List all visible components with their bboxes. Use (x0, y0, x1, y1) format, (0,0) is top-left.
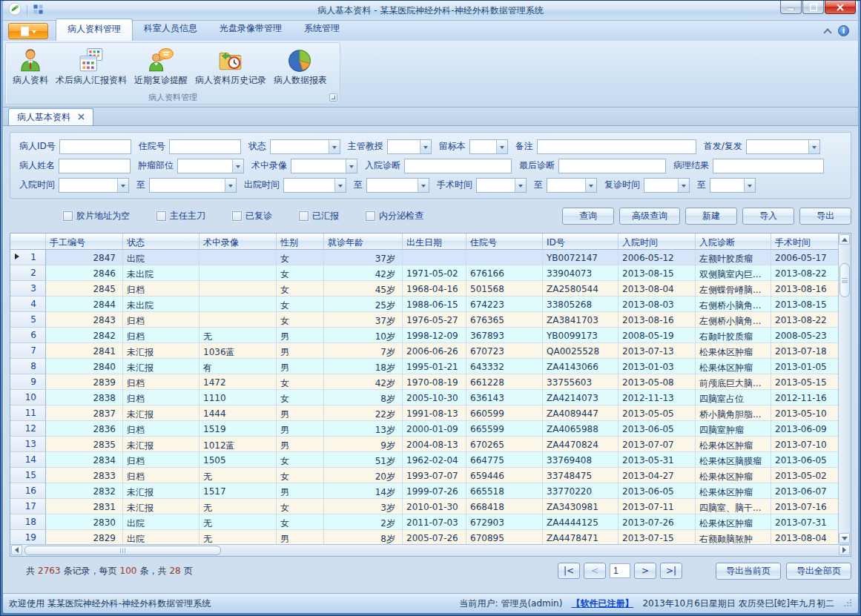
document-tab[interactable]: 病人基本资料 (8, 108, 93, 125)
dropdown-arrow-icon[interactable] (808, 140, 819, 153)
scroll-up-icon[interactable] (839, 234, 850, 245)
filter-input[interactable] (558, 159, 666, 173)
dropdown-arrow-icon[interactable] (678, 179, 689, 192)
minimize-button[interactable] (780, 1, 802, 14)
filter-dropdown[interactable] (59, 178, 129, 193)
quick-access-grid-icon[interactable] (33, 4, 44, 18)
dropdown-arrow-icon[interactable] (334, 179, 346, 192)
maximize-button[interactable] (802, 1, 824, 14)
filter-input[interactable] (404, 159, 512, 173)
app-menu-button[interactable] (8, 23, 48, 39)
table-row[interactable]: 152833归档无女20岁1993-07-0765944633748475201… (10, 468, 851, 483)
column-header[interactable]: 手工编号 (46, 234, 123, 249)
last-page-button[interactable]: >| (660, 563, 682, 579)
column-header[interactable]: 出生日期 (403, 234, 466, 249)
table-row[interactable]: 82840未汇报有男18岁1995-01-21643332ZA414306620… (10, 359, 851, 374)
table-row[interactable]: 32845归档女45岁1968-04-16501568ZA25805442013… (10, 281, 851, 297)
column-header[interactable]: 入院诊断 (696, 234, 771, 249)
close-button[interactable] (825, 1, 856, 14)
ribbon-button[interactable]: 术后病人汇报资料 (52, 45, 131, 88)
vertical-scroll-thumb[interactable] (839, 263, 850, 297)
column-header[interactable] (10, 234, 46, 249)
ribbon-tab[interactable]: 病人资料管理 (56, 19, 133, 41)
first-page-button[interactable]: |< (558, 563, 580, 579)
table-row[interactable]: 112837未汇报1444男22岁1991-08-13660599ZA40894… (10, 405, 851, 421)
table-row[interactable]: 52843归档女37岁1976-05-27676365ZA38417032013… (10, 312, 851, 328)
table-row[interactable]: 122836归档1519男13岁2000-01-09665599ZA406598… (10, 421, 851, 437)
filter-checkbox[interactable]: 胶片地址为空 (63, 210, 130, 222)
filter-dropdown[interactable] (547, 178, 597, 193)
table-row[interactable]: 172831未汇报无女3岁2010-01-30668418ZA343098120… (10, 499, 851, 514)
page-number-input[interactable] (610, 563, 630, 578)
import-button[interactable]: 导入 (742, 208, 794, 225)
filter-dropdown[interactable] (387, 139, 432, 154)
filter-input[interactable] (537, 139, 696, 154)
table-row[interactable]: 42844未出院女25岁1988-06-15674223338052682013… (10, 297, 851, 312)
table-row[interactable]: 102838归档1110女8岁2005-10-30636143ZA4214073… (10, 390, 851, 405)
filter-checkbox[interactable]: 主任主刀 (156, 210, 205, 222)
table-row[interactable]: 182830出院无女2岁2011-07-03672903ZA4444125201… (10, 514, 851, 530)
export-current-page-button[interactable]: 导出当前页 (716, 563, 781, 580)
horizontal-scrollbar[interactable] (10, 544, 851, 556)
export-button[interactable]: 导出 (799, 208, 851, 225)
info-icon[interactable]: i (838, 25, 849, 36)
license-link[interactable]: 【软件已注册】 (571, 597, 633, 610)
filter-dropdown[interactable] (644, 178, 690, 193)
ribbon-button[interactable]: 近期复诊提醒 (131, 45, 191, 88)
dropdown-arrow-icon[interactable] (329, 140, 340, 153)
table-row[interactable]: 92839归档1472女42岁1970-08-19661228337556032… (10, 374, 851, 390)
dropdown-arrow-icon[interactable] (225, 179, 236, 192)
filter-input[interactable] (59, 139, 131, 154)
scroll-down-icon[interactable] (839, 533, 850, 543)
query-button[interactable]: 查询 (562, 208, 614, 225)
ribbon-button[interactable]: 病人资料历史记录 (191, 45, 270, 88)
filter-input[interactable] (59, 159, 131, 173)
column-header[interactable]: 性别 (277, 234, 324, 249)
ribbon-button[interactable]: 病人资料 (9, 45, 52, 88)
filter-dropdown[interactable] (283, 178, 346, 193)
filter-dropdown[interactable] (291, 159, 357, 173)
filter-dropdown[interactable] (149, 178, 237, 193)
prev-page-button[interactable]: < (584, 563, 606, 579)
filter-dropdown[interactable] (476, 178, 527, 193)
table-row[interactable]: 142834归档1505女51岁1962-02-0466477533769408… (10, 452, 851, 468)
dropdown-arrow-icon[interactable] (515, 179, 526, 192)
ribbon-button[interactable]: 病人数据报表 (270, 45, 331, 88)
column-header[interactable]: 手术时间 (771, 234, 841, 249)
dropdown-arrow-icon[interactable] (420, 140, 431, 153)
filter-dropdown[interactable] (270, 139, 340, 154)
filter-checkbox[interactable]: 内分泌检查 (366, 210, 423, 222)
dropdown-arrow-icon[interactable] (744, 179, 755, 192)
filter-dropdown[interactable] (366, 178, 429, 193)
column-header[interactable]: ID号 (543, 234, 618, 249)
table-row[interactable]: 132835未汇报1012蓝男9岁2004-08-13670265ZA44708… (10, 437, 851, 452)
export-all-pages-button[interactable]: 导出全部页 (786, 563, 851, 580)
filter-dropdown[interactable] (710, 178, 756, 193)
vertical-scrollbar[interactable] (838, 234, 851, 544)
collapse-ribbon-icon[interactable] (823, 28, 831, 36)
filter-checkbox[interactable]: 已复诊 (232, 210, 272, 222)
app-logo-icon[interactable] (8, 2, 22, 19)
resize-grip-icon[interactable] (843, 598, 852, 609)
filter-dropdown[interactable] (177, 159, 244, 173)
scroll-right-icon[interactable] (839, 545, 850, 555)
ribbon-tab[interactable]: 光盘录像带管理 (208, 19, 293, 41)
filter-checkbox[interactable]: 已汇报 (299, 210, 339, 222)
new-button[interactable]: 新建 (685, 208, 737, 225)
table-row[interactable]: 22846未出院女42岁1971-05-02676166339040732013… (10, 265, 851, 281)
filter-input[interactable] (713, 159, 824, 173)
table-row[interactable]: 72841未汇报1036蓝男7岁2006-06-26670723QA002552… (10, 343, 851, 359)
column-header[interactable]: 住院号 (466, 234, 543, 249)
horizontal-scroll-thumb[interactable] (24, 546, 221, 555)
scroll-left-icon[interactable] (11, 545, 22, 555)
filter-dropdown[interactable] (746, 139, 820, 154)
column-header[interactable]: 就诊年龄 (324, 234, 403, 249)
dropdown-arrow-icon[interactable] (232, 159, 243, 173)
dropdown-arrow-icon[interactable] (117, 179, 128, 192)
table-row[interactable]: 192829出院无男8岁2005-07-26670895ZA4478471201… (10, 530, 851, 546)
table-row[interactable]: 12847出院女37岁YB00721472006-05-12左额叶胶质瘤2006… (10, 250, 851, 265)
advanced-query-button[interactable]: 高级查询 (619, 208, 680, 225)
dropdown-arrow-icon[interactable] (346, 159, 357, 173)
column-header[interactable]: 状态 (123, 234, 199, 249)
ribbon-tab[interactable]: 系统管理 (293, 19, 351, 41)
